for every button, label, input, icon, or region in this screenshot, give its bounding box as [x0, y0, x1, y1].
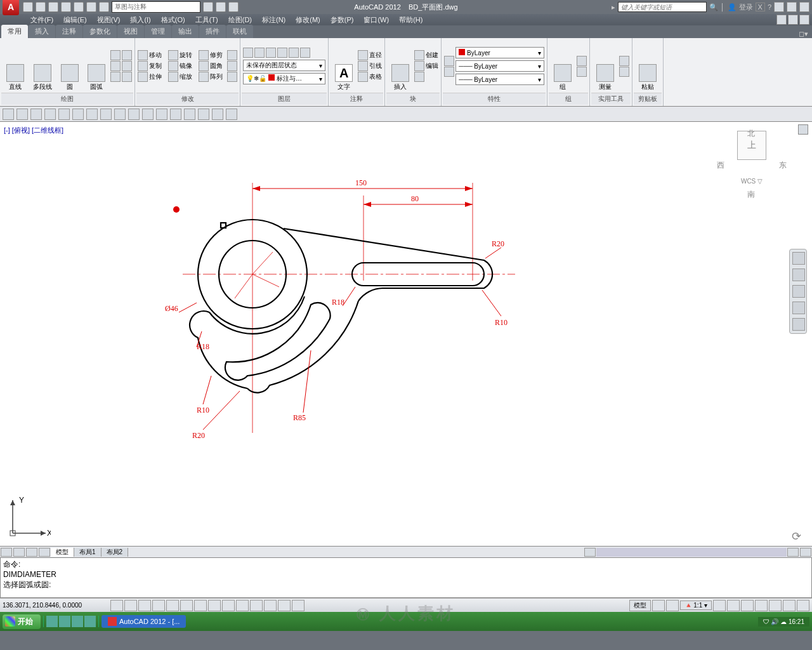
panel-annot-title[interactable]: 注释 [330, 93, 383, 105]
viewcube[interactable]: 北 西 东 上 南 WCS ▽ [717, 128, 787, 204]
annoscale-dropdown[interactable]: 🔺 1:1 ▾ [680, 600, 712, 610]
menu-view[interactable]: 视图(V) [92, 15, 126, 25]
explode-icon[interactable] [227, 61, 237, 71]
panel-group-title[interactable]: 组 [549, 93, 588, 105]
select-icon[interactable] [619, 56, 629, 66]
erase-icon[interactable] [227, 50, 237, 60]
redo-icon[interactable] [99, 2, 109, 12]
annoviz-icon[interactable] [713, 600, 726, 611]
menu-draw[interactable]: 绘图(D) [223, 15, 257, 25]
hardware-icon[interactable] [769, 600, 782, 611]
array-icon[interactable] [199, 72, 209, 82]
linetype-dropdown[interactable]: ─── ByLayer▾ [455, 60, 544, 72]
undo-icon[interactable] [86, 2, 96, 12]
layeroff-icon[interactable] [289, 48, 299, 58]
ortho-icon[interactable] [152, 600, 165, 611]
osnap-perp-icon[interactable] [142, 109, 154, 120]
menu-insert[interactable]: 插入(I) [125, 15, 155, 25]
layer-dropdown[interactable]: 💡❄🔓 标注与…▾ [243, 73, 325, 84]
bedit-icon[interactable] [414, 61, 424, 71]
showmotion-icon[interactable] [792, 318, 805, 331]
osnap-temp-icon[interactable] [3, 109, 14, 120]
doc-restore-button[interactable] [788, 15, 798, 25]
plot-icon[interactable] [74, 2, 84, 12]
isolate-icon[interactable] [783, 600, 796, 611]
tab-layout1[interactable]: 布局1 [74, 548, 102, 557]
modelspace-toggle[interactable]: 模型 [629, 600, 651, 611]
orbit-icon[interactable] [792, 302, 805, 314]
osnap-near-icon[interactable] [198, 109, 209, 120]
saveas-icon[interactable] [61, 2, 71, 12]
line-button[interactable]: 直线 [3, 41, 28, 91]
osnap-node-icon[interactable] [184, 109, 195, 120]
create-icon[interactable] [414, 50, 424, 60]
tab-output[interactable]: 输出 [172, 25, 199, 38]
osnap-cen-icon[interactable] [100, 109, 112, 120]
wcs-label[interactable]: WCS ▽ [717, 178, 787, 185]
ql-media-icon[interactable] [72, 616, 83, 627]
clean-screen-icon[interactable] [797, 600, 809, 611]
spline-icon[interactable] [110, 61, 121, 71]
dimlinear-icon[interactable] [358, 50, 368, 60]
coordinates[interactable]: 136.3071, 210.8446, 0.0000 [3, 602, 110, 609]
osnap-par-icon[interactable] [156, 109, 167, 120]
open-icon[interactable] [36, 2, 46, 12]
signin-link[interactable]: 登录 [739, 3, 753, 12]
ducs-icon[interactable] [222, 600, 235, 611]
matchprop-icon[interactable] [444, 56, 454, 66]
panel-modify-title[interactable]: 修改 [136, 93, 239, 105]
layerstate-dropdown[interactable]: 未保存的图层状态▾ [243, 60, 325, 71]
trim-icon[interactable] [199, 50, 209, 60]
rotate-icon[interactable] [168, 50, 178, 60]
table-icon[interactable] [358, 72, 368, 82]
doc-minimize-button[interactable] [776, 15, 787, 25]
print-icon[interactable] [203, 2, 213, 12]
menu-modify[interactable]: 修改(M) [291, 15, 325, 25]
qp-icon[interactable] [278, 600, 291, 611]
scroll-up-icon[interactable] [798, 124, 808, 135]
tab-insert[interactable]: 插入 [29, 25, 55, 38]
menu-dim[interactable]: 标注(N) [257, 15, 291, 25]
ellipse-icon[interactable] [110, 72, 121, 82]
tab-parametric[interactable]: 参数化 [83, 25, 117, 38]
ql-mail-icon[interactable] [84, 616, 96, 627]
preview-icon[interactable] [216, 2, 226, 12]
hscroll-left-icon[interactable] [584, 548, 596, 557]
mirror-icon[interactable] [168, 61, 178, 71]
steering-wheel-icon[interactable] [792, 252, 805, 265]
3dosnap-icon[interactable] [194, 600, 207, 611]
tab-online[interactable]: 联机 [226, 25, 253, 38]
arc-button[interactable]: 圆弧 [84, 41, 109, 91]
osnap-icon[interactable] [180, 600, 193, 611]
ribbon-collapse-icon[interactable]: ◻▾ [795, 30, 812, 38]
osnap-appint-icon[interactable] [72, 109, 84, 120]
osnap-mid-icon[interactable] [44, 109, 56, 120]
grid-icon[interactable] [138, 600, 151, 611]
tab-manage[interactable]: 管理 [145, 25, 171, 38]
cmd-expand-icon[interactable] [800, 548, 811, 557]
sc-icon[interactable] [292, 600, 304, 611]
copy-icon[interactable] [138, 61, 148, 71]
tab-view[interactable]: 视图 [117, 25, 144, 38]
fillet-icon[interactable] [199, 61, 209, 71]
menu-edit[interactable]: 编辑(E) [58, 15, 92, 25]
panel-draw-title[interactable]: 绘图 [1, 93, 133, 105]
save-icon[interactable] [48, 2, 58, 12]
otrack-icon[interactable] [208, 600, 221, 611]
osnap-int-icon[interactable] [58, 109, 70, 120]
panel-block-title[interactable]: 块 [386, 93, 440, 105]
infer-icon[interactable] [110, 600, 123, 611]
tab-first-icon[interactable] [1, 548, 12, 557]
menu-file[interactable]: 文件(F) [25, 15, 58, 25]
tab-model[interactable]: 模型 [51, 548, 74, 557]
calc-icon[interactable] [619, 67, 629, 77]
hatch-icon[interactable] [122, 50, 132, 60]
polar-icon[interactable] [166, 600, 179, 611]
panel-props-title[interactable]: 特性 [443, 93, 546, 105]
insert-button[interactable]: 插入 [388, 41, 413, 91]
tpy-icon[interactable] [264, 600, 277, 611]
restore-button[interactable] [787, 2, 797, 12]
lwt-icon[interactable] [250, 600, 263, 611]
menu-param[interactable]: 参数(P) [325, 15, 359, 25]
polyline-button[interactable]: 多段线 [29, 41, 56, 91]
